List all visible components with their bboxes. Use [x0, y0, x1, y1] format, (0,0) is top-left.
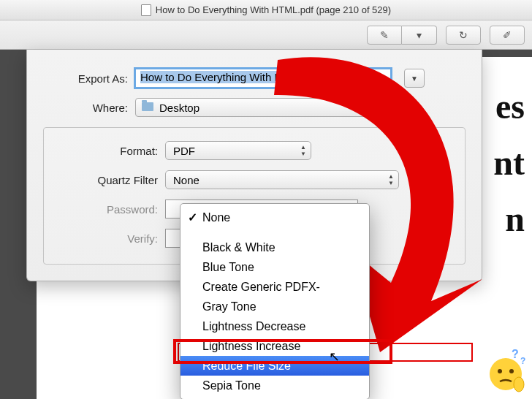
menu-item-generic-pdfx[interactable]: Create Generic PDFX-	[180, 277, 369, 297]
menu-item-reduce-file-size[interactable]: Reduce File Size	[180, 356, 369, 376]
menu-item-blue-tone[interactable]: Blue Tone	[180, 257, 369, 277]
rotate-tool-button[interactable]: ↻	[446, 26, 481, 45]
where-popup[interactable]: Desktop	[135, 98, 397, 117]
format-label: Format:	[56, 145, 165, 157]
window-titlebar: How to Do Everything With HTML.pdf (page…	[0, 0, 532, 20]
format-popup[interactable]: PDF ▲▼	[165, 141, 311, 160]
disclosure-button[interactable]: ▼	[404, 69, 425, 88]
updown-icon: ▲▼	[388, 173, 394, 186]
rotate-icon: ↻	[459, 29, 468, 41]
highlight-menu-button[interactable]: ▾	[402, 26, 437, 45]
quartz-filter-popup[interactable]: None ▲▼	[165, 170, 399, 189]
menu-separator	[180, 227, 369, 238]
toolbar: ✎ ▾ ↻ ✐	[0, 20, 532, 50]
svg-text:?: ?	[520, 356, 525, 366]
password-label: Password:	[56, 203, 165, 216]
window-title: How to Do Everything With HTML.pdf (page…	[156, 4, 391, 15]
markup-icon: ✐	[503, 29, 512, 41]
export-as-label: Export As:	[43, 72, 135, 85]
menu-item-black-white[interactable]: Black & White	[180, 238, 369, 257]
menu-item-sepia-tone[interactable]: Sepia Tone	[180, 376, 369, 395]
highlight-tool-button[interactable]: ✎	[367, 26, 402, 45]
markup-tool-button[interactable]: ✐	[490, 26, 525, 45]
highlight-icon: ✎	[380, 29, 389, 41]
svg-text:?: ?	[512, 348, 519, 360]
chevron-down-icon: ▾	[417, 29, 422, 41]
updown-icon: ▲▼	[300, 144, 306, 157]
pdf-file-icon	[141, 4, 151, 16]
quartz-filter-label: Quartz Filter	[56, 174, 165, 186]
svg-point-1	[498, 369, 502, 373]
where-label: Where:	[43, 102, 135, 114]
folder-icon	[142, 102, 153, 111]
menu-item-none[interactable]: None	[180, 208, 369, 227]
where-value: Desktop	[159, 102, 200, 114]
quartz-filter-value: None	[173, 174, 200, 186]
export-filename-input[interactable]: How to Do Everything With HTML	[135, 69, 391, 88]
quartz-filter-menu: None Black & White Blue Tone Create Gene…	[180, 203, 370, 399]
format-value: PDF	[173, 145, 195, 157]
menu-item-lightness-decrease[interactable]: Lightness Decrease	[180, 316, 369, 336]
chevron-down-icon: ▼	[411, 75, 418, 83]
verify-label: Verify:	[56, 232, 165, 245]
menu-item-lightness-increase[interactable]: Lightness Increase	[180, 336, 369, 356]
annotate-segment: ✎ ▾	[367, 26, 437, 45]
filename-selected-text: How to Do Everything With HTML	[140, 71, 304, 83]
thinking-emoji: ? ?	[482, 348, 529, 395]
svg-point-3	[514, 377, 524, 392]
menu-item-gray-tone[interactable]: Gray Tone	[180, 297, 369, 316]
svg-point-2	[509, 369, 514, 373]
